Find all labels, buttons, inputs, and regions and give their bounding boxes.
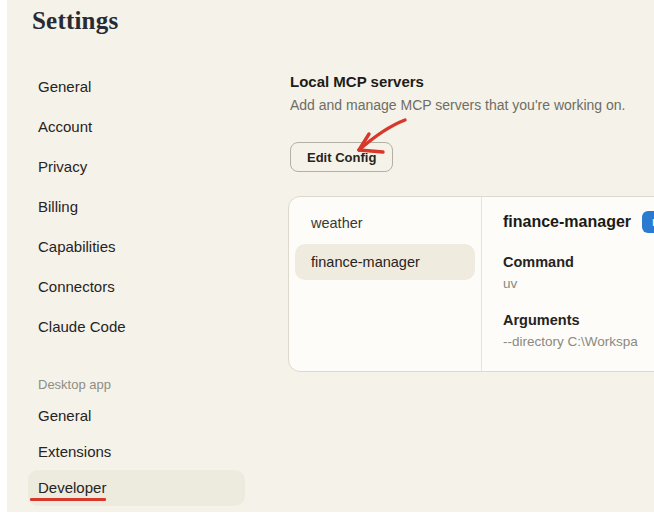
status-badge: r — [642, 211, 654, 233]
local-mcp-servers-heading: Local MCP servers — [290, 73, 424, 90]
sidebar-desktop-nav: General Extensions Developer — [28, 398, 245, 506]
server-list: weather finance-manager — [289, 197, 482, 371]
arguments-label: Arguments — [503, 312, 654, 328]
server-list-item-weather[interactable]: weather — [295, 205, 475, 241]
sidebar-item-claude-code[interactable]: Claude Code — [28, 307, 245, 347]
local-mcp-servers-description: Add and manage MCP servers that you're w… — [290, 97, 625, 113]
page-title: Settings — [32, 7, 118, 35]
mcp-server-panel: weather finance-manager finance-manager … — [288, 196, 654, 372]
sidebar-item-capabilities[interactable]: Capabilities — [28, 227, 245, 267]
server-detail: finance-manager r Command uv Arguments -… — [482, 197, 654, 371]
edit-config-button[interactable]: Edit Config — [290, 142, 393, 172]
red-underline-annotation-icon — [30, 498, 106, 501]
settings-window: Settings General Account Privacy Billing… — [0, 0, 654, 518]
desktop-app-section-label: Desktop app — [38, 377, 111, 392]
sidebar-nav: General Account Privacy Billing Capabili… — [28, 67, 245, 347]
sidebar-item-connectors[interactable]: Connectors — [28, 267, 245, 307]
sidebar-item-desktop-general[interactable]: General — [28, 398, 245, 434]
command-value: uv — [503, 276, 654, 291]
arguments-value: --directory C:\Workspa — [503, 334, 654, 349]
command-label: Command — [503, 254, 654, 270]
sidebar-item-account[interactable]: Account — [28, 107, 245, 147]
server-detail-title: finance-manager — [503, 213, 631, 231]
sidebar-item-general[interactable]: General — [28, 67, 245, 107]
server-list-item-finance-manager[interactable]: finance-manager — [295, 244, 475, 280]
sidebar-item-extensions[interactable]: Extensions — [28, 434, 245, 470]
sidebar-item-privacy[interactable]: Privacy — [28, 147, 245, 187]
sidebar-item-billing[interactable]: Billing — [28, 187, 245, 227]
